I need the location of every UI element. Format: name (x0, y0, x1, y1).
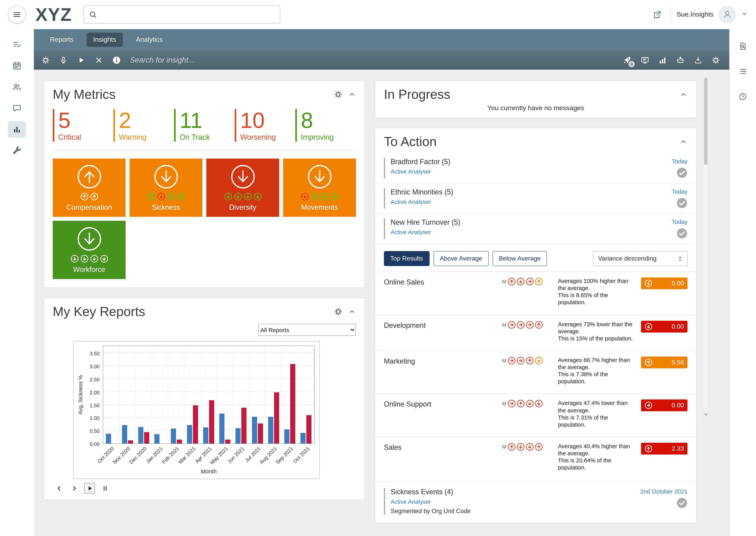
menu-button[interactable] (8, 6, 26, 24)
result-row[interactable]: Online Support M Averages 47.4% lower th… (375, 394, 696, 437)
action-item[interactable]: Sickness Events (4) Active Analyser Segm… (375, 482, 696, 523)
bar[interactable] (284, 429, 290, 444)
action-link[interactable]: Active Analyser (391, 498, 431, 505)
bar[interactable] (155, 434, 160, 444)
sidebar-item-chat[interactable] (8, 100, 26, 117)
bar[interactable] (171, 428, 176, 444)
rail-item-history[interactable] (734, 88, 752, 105)
bar[interactable] (177, 440, 182, 444)
step-back-button[interactable] (53, 483, 64, 493)
result-badge[interactable]: 0.00 (641, 400, 687, 412)
metric-tile-movements[interactable]: Movements (283, 159, 356, 217)
bar[interactable] (122, 425, 127, 444)
rocket-button[interactable]: 4 (620, 53, 634, 67)
bar[interactable] (225, 440, 230, 444)
result-row[interactable]: Marketing M Averages 66.7% higher than t… (375, 351, 696, 394)
bar[interactable] (236, 428, 241, 444)
action-item[interactable]: New Hire Turnover (5) Active Analyser To… (375, 214, 696, 244)
pause-button[interactable] (100, 483, 110, 493)
clear-button[interactable] (92, 53, 106, 67)
result-row[interactable]: Development M Averages 73% lower than th… (375, 315, 696, 351)
metric-stat-warning[interactable]: 2 Warning (114, 109, 174, 142)
action-link[interactable]: Active Analyser (391, 168, 431, 175)
result-badge[interactable]: 0.00 (641, 320, 687, 332)
bar[interactable] (268, 417, 273, 444)
step-forward-button[interactable] (69, 483, 80, 493)
metric-stat-improving[interactable]: 8 Improving (295, 109, 356, 142)
open-external-button[interactable] (649, 7, 665, 22)
presentation-button[interactable] (638, 53, 652, 67)
bar[interactable] (128, 440, 133, 444)
action-item[interactable]: Ethnic Minorities (5) Active Analyser To… (375, 184, 696, 214)
filter-top-results[interactable]: Top Results (384, 251, 430, 266)
user-menu-toggle[interactable] (741, 10, 748, 19)
bar[interactable] (220, 414, 224, 444)
bar[interactable] (209, 400, 214, 444)
rail-item-doc-search[interactable] (734, 38, 752, 54)
card-settings-button[interactable] (334, 90, 343, 99)
bar[interactable] (138, 427, 143, 444)
settings-button[interactable] (39, 53, 53, 67)
result-row[interactable]: Online Sales M Averages 100% higher than… (375, 272, 696, 315)
card-settings-button[interactable] (334, 307, 343, 316)
scrollbar-thumb[interactable] (704, 78, 707, 165)
collapse-button[interactable] (680, 138, 687, 146)
result-badge[interactable]: 5.56 (641, 356, 687, 368)
result-badge[interactable]: 5.00 (641, 278, 687, 289)
avatar[interactable] (719, 6, 736, 23)
metric-tile-diversity[interactable]: Diversity (206, 159, 279, 217)
sidebar-item-reports-check[interactable] (8, 36, 26, 53)
action-link[interactable]: Active Analyser (391, 229, 431, 235)
scroll-down-button[interactable] (704, 410, 708, 419)
bar[interactable] (307, 415, 312, 444)
main-scrollbar[interactable] (703, 70, 709, 420)
settings-button[interactable] (709, 53, 723, 67)
bar[interactable] (187, 425, 192, 444)
tab-reports[interactable]: Reports (43, 33, 80, 47)
metric-tile-workforce[interactable]: Workforce (53, 221, 125, 279)
insight-search-input[interactable] (124, 56, 620, 64)
metric-tile-compensation[interactable]: Compensation (53, 159, 125, 217)
sidebar-item-charts[interactable] (8, 121, 26, 138)
play-button[interactable] (84, 483, 95, 493)
check-circle-icon[interactable] (676, 198, 687, 209)
tab-analytics[interactable]: Analytics (129, 33, 169, 47)
chart-button[interactable] (656, 53, 670, 67)
bar[interactable] (274, 392, 279, 444)
check-circle-icon[interactable] (676, 498, 687, 509)
reports-filter-select[interactable]: All Reports (258, 324, 356, 336)
collapse-button[interactable] (348, 308, 356, 316)
result-badge[interactable]: 2.33 (641, 443, 687, 454)
info-button[interactable] (110, 53, 124, 67)
assistant-button[interactable] (673, 53, 687, 67)
bar[interactable] (252, 417, 257, 444)
global-search-input[interactable] (101, 11, 275, 19)
bar[interactable] (144, 432, 149, 444)
bar[interactable] (301, 433, 306, 444)
collapse-button[interactable] (348, 90, 356, 98)
rail-item-list[interactable] (734, 63, 752, 80)
bar[interactable] (290, 364, 295, 444)
sort-dropdown[interactable]: Variance descending (593, 251, 687, 266)
sidebar-item-tools[interactable] (8, 143, 26, 159)
result-row[interactable]: Sales M Averages 40.4% higher than the a… (375, 437, 696, 480)
sidebar-item-calendar[interactable] (8, 57, 26, 74)
bar[interactable] (203, 428, 208, 444)
bar[interactable] (106, 434, 111, 444)
tab-insights[interactable]: Insights (86, 33, 123, 47)
filter-above-average[interactable]: Above Average (433, 251, 489, 266)
microphone-button[interactable] (56, 53, 70, 67)
bar[interactable] (193, 405, 198, 444)
filter-below-average[interactable]: Below Average (493, 251, 547, 266)
bar[interactable] (258, 423, 263, 444)
metric-stat-worsening[interactable]: 10 Worsening (235, 109, 295, 142)
bar[interactable] (242, 408, 247, 444)
action-link[interactable]: Active Analyser (391, 198, 431, 205)
check-circle-icon[interactable] (676, 167, 687, 178)
collapse-button[interactable] (680, 90, 687, 98)
metric-stat-on-track[interactable]: 11 On Track (174, 109, 235, 142)
play-button[interactable] (74, 53, 88, 67)
metric-tile-sickness[interactable]: Sickness (129, 159, 202, 217)
check-circle-icon[interactable] (676, 228, 687, 239)
metric-stat-critical[interactable]: 5 Critical (53, 109, 114, 142)
